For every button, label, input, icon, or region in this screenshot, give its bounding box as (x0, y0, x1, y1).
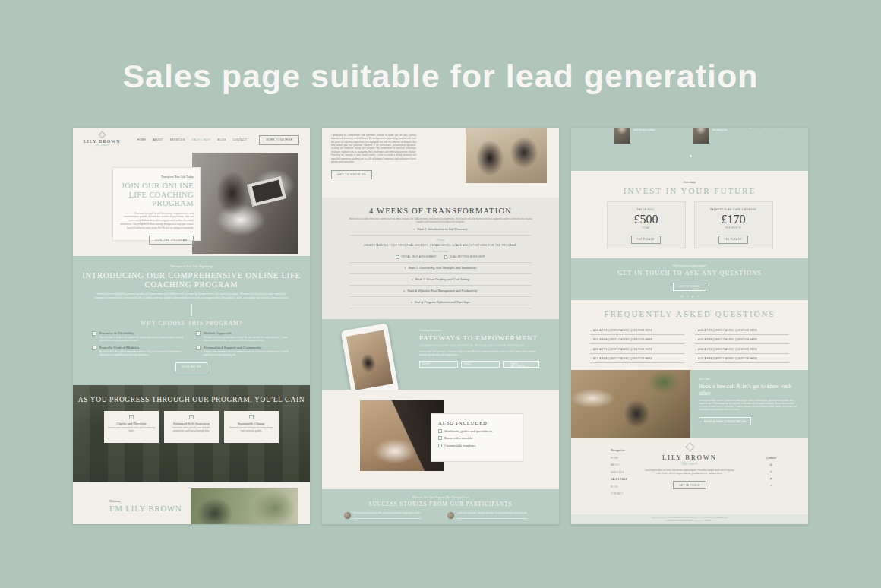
faq-item[interactable]: +ADD A FREQUENTLY ASKED QUESTION HERE (695, 354, 789, 364)
facebook-icon[interactable]: f (687, 294, 688, 298)
check-icon: ✓ (438, 444, 442, 447)
faq-item[interactable]: +ADD A FREQUENTLY ASKED QUESTION HERE (695, 344, 789, 354)
main-nav: HOME ABOUT SERVICES SALES PAGE BLOG CONT… (137, 138, 247, 141)
included-item-videos: ✓ Bonus video tutorials (438, 436, 516, 440)
key-activities-label: Key Activities (322, 250, 559, 253)
faq-label: ADD A FREQUENTLY ASKED QUESTION HERE (698, 357, 757, 360)
faq-item[interactable]: +ADD A FREQUENTLY ASKED QUESTION HERE (590, 344, 684, 354)
instagram-icon[interactable]: ◎ (766, 463, 776, 466)
get-access-button[interactable]: GET ACCESS (503, 361, 539, 368)
feature-modules: ✓ Expertly Crafted Modules Each module i… (92, 346, 187, 357)
included-label: Bonus video tutorials (444, 436, 472, 440)
gain-card-title: Sustainable Change (228, 422, 275, 425)
faq-item[interactable]: +ADD A FREQUENTLY ASKED QUESTION HERE (590, 335, 684, 345)
pathways-eyebrow: Guiding Intentions (419, 328, 539, 332)
tiktok-icon[interactable]: ♪ (766, 483, 776, 487)
yes-please-button[interactable]: YES PLEASE! (631, 236, 661, 244)
plus-icon: + (695, 338, 696, 341)
pinterest-icon[interactable]: p (692, 294, 693, 298)
accordion-week-3[interactable]: ▸ Week 3: Vision Crafting and Goal Setti… (350, 274, 530, 286)
name-input[interactable] (419, 361, 458, 368)
feature-body: We don't just focus on one aspect of you… (204, 336, 291, 342)
hero-photo (192, 153, 298, 254)
pinterest-icon[interactable]: p (766, 476, 776, 480)
email-input[interactable] (461, 361, 500, 368)
accordion-week-2[interactable]: ▸ Week 2: Uncovering Your Strengths and … (350, 262, 530, 274)
faq-label: ADD A FREQUENTLY ASKED QUESTION HERE (698, 329, 757, 332)
connect-heading: Connect (766, 456, 776, 460)
intro-body: Embark on an enlightening journey toward… (94, 292, 289, 300)
check-icon: ✓ (92, 346, 96, 350)
faq-item[interactable]: +ADD A FREQUENTLY ASKED QUESTION HERE (590, 354, 684, 364)
facebook-icon[interactable]: f (766, 469, 776, 473)
weeks-section: 4 WEEKS OF TRANSFORMATION Each week incl… (322, 198, 559, 319)
footer-link-about[interactable]: ABOUT (611, 463, 627, 466)
feature-title: Duration & Flexibility (99, 331, 187, 335)
footer-link-services[interactable]: SERVICES (611, 471, 627, 474)
week-2-label: Week 2: Uncovering Your Strengths and We… (409, 266, 477, 270)
footer-link-contact[interactable]: CONTACT (611, 492, 627, 495)
feature-grid: ✓ Duration & Flexibility Spanning over 4… (92, 331, 291, 357)
gain-heading: AS YOU PROGRESS THROUGH OUR PROGRAM, YOU… (73, 396, 310, 404)
site-logo[interactable]: LILY BROWN life coach (84, 132, 121, 147)
faq-item[interactable]: +ADD A FREQUENTLY ASKED QUESTION HERE (695, 335, 789, 345)
nav-item-blog[interactable]: BLOG (218, 138, 226, 141)
yes-please-button[interactable]: YES PLEASE! (718, 236, 748, 244)
band-eyebrow: Still want more information? (571, 264, 808, 267)
lead-capture-form: GET ACCESS (419, 361, 539, 368)
sign-me-up-button[interactable]: SIGN ME UP (175, 362, 207, 371)
faq-item[interactable]: +ADD A FREQUENTLY ASKED QUESTION HERE (695, 325, 789, 335)
nav-item-services[interactable]: SERVICES (170, 138, 185, 141)
pricing-eyebrow: Join today (571, 180, 808, 184)
diamond-logo-icon (98, 131, 106, 139)
footer-link-sales-page[interactable]: SALES PAGE (611, 478, 627, 481)
success-stories-section: Discover How Our Program Has Changed Liv… (322, 489, 559, 524)
plan-term: TODAY (608, 227, 685, 229)
hero-body: Discover the path to self-discovery, emp… (119, 212, 194, 230)
included-item-workbooks: ✓ Workbooks, guides and spreadsheets. (438, 429, 516, 433)
focus-text: UNDERSTANDING YOUR PERSONAL JOURNEY, EST… (322, 244, 559, 247)
pathways-subheading: UNLEASHING YOUR FULL POTENTIAL WITH MY E… (419, 344, 539, 347)
plan-payment-plan: PAYMENT PLAN OVER 3 MONTHS £170 PER MONT… (694, 201, 773, 248)
accordion-week-1[interactable]: ▾ Week 1: Introduction to Self-Discovery (350, 224, 530, 236)
footer-get-in-touch-button[interactable]: GET IN TOUCH (673, 481, 706, 489)
footer-link-blog[interactable]: BLOG (611, 485, 627, 488)
accordion-week-4[interactable]: ▸ Week 4: Effective Time Management and … (350, 286, 530, 297)
faq-section: FREQUENTLY ASKED QUESTIONS +ADD A FREQUE… (571, 300, 808, 370)
gain-card-title: Enhanced Self-Awareness (168, 422, 215, 425)
nav-item-home[interactable]: HOME (137, 138, 147, 141)
footer-link-home[interactable]: HOME (611, 457, 627, 460)
about-eyebrow: Welcome, (109, 499, 121, 503)
faq-label: ADD A FREQUENTLY ASKED QUESTION HERE (593, 329, 652, 332)
instagram-icon[interactable]: ◎ (680, 294, 684, 298)
faq-item[interactable]: +ADD A FREQUENTLY ASKED QUESTION HERE (590, 325, 684, 335)
gain-card-awareness: ✓ Enhanced Self-Awareness Learn more abo… (164, 411, 219, 443)
feature-support: ✓ Personalized Support and Community Eng… (196, 346, 291, 357)
contact-band-section: Still want more information? GET IN TOUC… (571, 258, 808, 300)
testimonial-teaser: I set 4 life's crossroads. Coaches direc… (447, 512, 537, 519)
work-together-button[interactable]: WORK TOGETHER (259, 135, 299, 145)
clarity-icon: ✓ (129, 415, 134, 419)
awareness-icon: ✓ (189, 415, 194, 419)
about-heading: I'M LILY BROWN (109, 504, 182, 513)
feature-duration: ✓ Duration & Flexibility Spanning over 4… (92, 331, 187, 343)
check-icon: ✓ (438, 429, 442, 433)
plus-icon: + (590, 348, 592, 351)
book-consultation-button[interactable]: BOOK A FREE CONSULTATION (699, 417, 751, 425)
avatar (344, 512, 351, 519)
chevron-down-icon: ▾ (413, 228, 415, 231)
join-program-button[interactable]: JOIN THE PROGRAM (149, 236, 194, 245)
get-to-know-us-button[interactable]: GET TO KNOW US (331, 170, 372, 179)
carousel-dot[interactable] (690, 155, 692, 157)
plus-icon: + (695, 357, 696, 360)
plan-label: PAYMENT PLAN OVER 3 MONTHS (695, 208, 772, 211)
get-in-touch-button[interactable]: GET IN TOUCH (673, 283, 706, 291)
nav-item-about[interactable]: ABOUT (153, 138, 163, 141)
nav-item-sales-page[interactable]: SALES PAGE (192, 138, 211, 141)
plan-label: PAY IN FULL (608, 208, 685, 211)
check-icon: ✓ (396, 255, 399, 259)
why-heading: WHY CHOOSE THIS PROGRAM? (73, 320, 310, 327)
nav-item-contact[interactable]: CONTACT (232, 138, 247, 141)
accordion-reflection[interactable]: ▸ End of Program Reflection and Next Ste… (350, 297, 530, 308)
tiktok-icon[interactable]: ♪ (697, 294, 699, 298)
